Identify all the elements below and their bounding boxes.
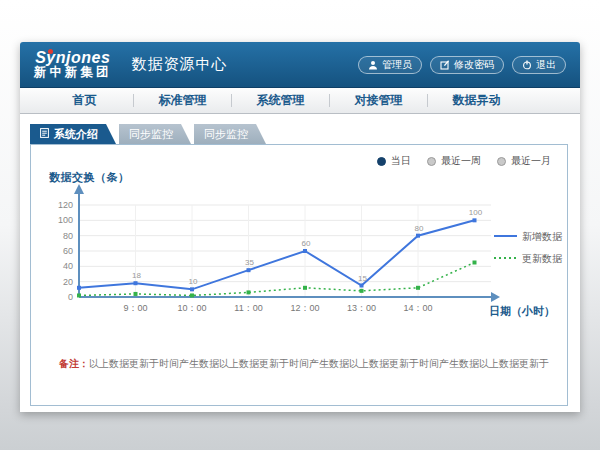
- power-icon: [522, 60, 532, 70]
- tab-system-intro[interactable]: 系统介绍: [30, 124, 116, 144]
- svg-text:更新数据: 更新数据: [522, 253, 563, 264]
- svg-text:14：00: 14：00: [403, 303, 432, 313]
- page-title: 数据资源中心: [132, 55, 228, 74]
- logout-button[interactable]: 退出: [512, 56, 566, 74]
- svg-text:60: 60: [302, 239, 311, 248]
- logo-en-text: Synjones: [34, 50, 112, 67]
- svg-text:新增数据: 新增数据: [522, 231, 563, 242]
- svg-text:60: 60: [63, 246, 73, 256]
- svg-text:80: 80: [415, 224, 424, 233]
- svg-text:0: 0: [68, 292, 73, 302]
- svg-text:100: 100: [469, 208, 483, 217]
- logo-red-dot-icon: [48, 49, 53, 54]
- app-header: Synjones 新中新集团 数据资源中心 管理员 修改密码 退出: [20, 42, 580, 88]
- change-password-button[interactable]: 修改密码: [430, 56, 504, 74]
- chart-container: 0204060801001209：0010：0011：0012：0013：001…: [39, 179, 567, 333]
- svg-text:日期（小时）: 日期（小时）: [489, 305, 555, 318]
- nav-item-data-change[interactable]: 数据异动: [428, 92, 525, 109]
- user-icon: [368, 60, 378, 70]
- header-actions: 管理员 修改密码 退出: [358, 56, 566, 74]
- svg-text:40: 40: [63, 261, 73, 271]
- chart-panel: 当日 最近一周 最近一月 数据交换（条） 0204060801001209：00…: [30, 144, 568, 406]
- svg-text:20: 20: [63, 277, 73, 287]
- tab-bar: 系统介绍 同步监控 同步监控: [30, 124, 266, 144]
- footnote: 备注：以上数据更新于时间产生数据以上数据更新于时间产生数据以上数据更新于时间产生…: [59, 357, 549, 371]
- content-area: 系统介绍 同步监控 同步监控 当日 最近一周: [20, 114, 580, 411]
- data-exchange-line-chart: 0204060801001209：0010：0011：0012：0013：001…: [39, 179, 567, 329]
- footnote-prefix: 备注：: [59, 358, 89, 369]
- tab-sync-monitor-2[interactable]: 同步监控: [194, 124, 266, 144]
- svg-text:100: 100: [58, 215, 73, 225]
- footnote-text: 以上数据更新于时间产生数据以上数据更新于时间产生数据以上数据更新于时间产生数据以…: [89, 358, 549, 369]
- svg-text:11：00: 11：00: [234, 303, 262, 313]
- radio-unselected-icon: [427, 157, 436, 166]
- svg-text:10: 10: [189, 277, 198, 286]
- svg-text:10：00: 10：00: [177, 303, 206, 313]
- edit-icon: [440, 60, 450, 70]
- nav-item-home[interactable]: 首页: [36, 92, 133, 109]
- svg-text:18: 18: [132, 271, 141, 280]
- svg-text:80: 80: [63, 231, 73, 241]
- svg-text:120: 120: [58, 200, 73, 210]
- time-range-filter: 当日 最近一周 最近一月: [377, 154, 551, 168]
- tab-sync-monitor-1[interactable]: 同步监控: [119, 124, 191, 144]
- nav-item-standard-mgmt[interactable]: 标准管理: [134, 92, 231, 109]
- document-icon: [40, 128, 49, 140]
- svg-text:9：00: 9：00: [123, 303, 147, 313]
- radio-selected-icon: [377, 157, 386, 166]
- nav-item-system-mgmt[interactable]: 系统管理: [232, 92, 329, 109]
- nav-item-interface-mgmt[interactable]: 对接管理: [330, 92, 427, 109]
- svg-text:12：00: 12：00: [290, 303, 319, 313]
- radio-last-week[interactable]: 最近一周: [427, 154, 481, 168]
- logo-cn-text: 新中新集团: [34, 66, 112, 79]
- radio-last-month[interactable]: 最近一月: [497, 154, 551, 168]
- company-logo: Synjones 新中新集团: [34, 50, 112, 80]
- main-nav: 首页 标准管理 系统管理 对接管理 数据异动: [20, 88, 580, 114]
- radio-today[interactable]: 当日: [377, 154, 411, 168]
- app-window: Synjones 新中新集团 数据资源中心 管理员 修改密码 退出 首页 标准管…: [20, 42, 580, 412]
- svg-text:13：00: 13：00: [347, 303, 376, 313]
- svg-text:15: 15: [358, 274, 367, 283]
- admin-user-button[interactable]: 管理员: [358, 56, 422, 74]
- svg-text:35: 35: [245, 258, 254, 267]
- radio-unselected-icon: [497, 157, 506, 166]
